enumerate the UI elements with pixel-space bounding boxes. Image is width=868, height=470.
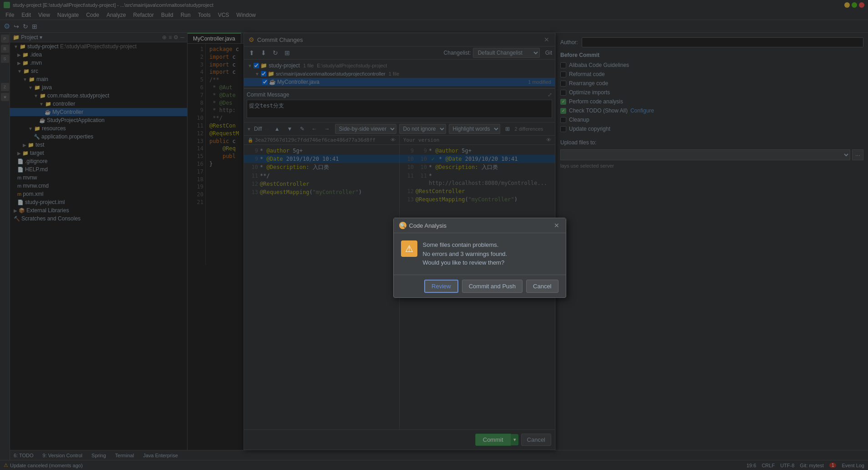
modal-title-row: 🔍 Code Analysis <box>399 222 447 229</box>
modal-footer: Review Commit and Push Cancel <box>394 275 566 297</box>
warning-icon: ⚠ <box>401 240 417 257</box>
review-button[interactable]: Review <box>424 280 458 293</box>
modal-title-icon: 🔍 <box>399 222 406 229</box>
modal-body: ⚠ Some files contain problems. No errors… <box>394 233 566 275</box>
modal-title-bar: 🔍 Code Analysis ✕ <box>394 218 566 233</box>
modal-msg-2: No errors and 3 warnings found. <box>423 250 508 259</box>
code-analysis-modal: 🔍 Code Analysis ✕ ⚠ Some files contain p… <box>393 218 566 298</box>
modal-cancel-button[interactable]: Cancel <box>526 280 558 293</box>
modal-close-btn[interactable]: ✕ <box>553 222 560 229</box>
modal-title-text: Code Analysis <box>409 222 447 229</box>
modal-message: Some files contain problems. No errors a… <box>423 240 508 267</box>
commit-and-push-button[interactable]: Commit and Push <box>462 280 523 293</box>
modal-msg-1: Some files contain problems. <box>423 240 508 250</box>
modal-msg-3: Would you like to review them? <box>423 258 508 267</box>
modal-overlay: 🔍 Code Analysis ✕ ⚠ Some files contain p… <box>0 0 868 470</box>
